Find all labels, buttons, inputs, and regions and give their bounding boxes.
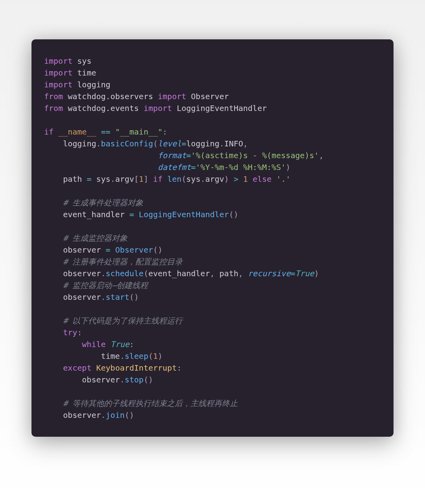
eq: = [191, 162, 196, 172]
kw-if: if [153, 174, 163, 184]
op-eqeq: == [101, 127, 111, 137]
fn-len: len [167, 174, 181, 184]
dunder-name: __name__ [58, 127, 96, 137]
id-logging: logging [186, 139, 219, 148]
dot: . [101, 292, 106, 302]
id-evh: event_handler [63, 210, 125, 219]
fn-basicConfig: basicConfig [101, 139, 153, 148]
comma: , [238, 269, 243, 278]
colon: : [129, 340, 134, 349]
code-card: import sys import time import logging fr… [31, 39, 394, 437]
id-path: path [63, 174, 82, 184]
str-format: '%(asctime)s - %(message)s' [191, 151, 319, 160]
kw-else: else [253, 174, 272, 184]
id-evh: event_handler [148, 269, 210, 278]
comment-start: # 监控器启动—创建线程 [63, 281, 148, 290]
id-path: path [220, 269, 238, 278]
comment-obs: # 生成监控器对象 [63, 233, 128, 243]
kw-if: if [44, 127, 54, 137]
rp: ) [158, 351, 163, 361]
comma: , [243, 139, 248, 148]
comment-loop: # 以下代码是为了保持主线程运行 [63, 316, 183, 325]
eq: = [181, 139, 186, 148]
mod-path: watchdog.events [68, 103, 139, 113]
fn-stop: stop [125, 375, 144, 384]
rp: ) [224, 174, 229, 184]
rp: ) [234, 210, 238, 219]
kw-import: import [44, 80, 72, 89]
kw-datefmt: datefmt [158, 162, 191, 172]
kw-except: except [63, 363, 91, 373]
num-1: 1 [243, 174, 248, 184]
id-time: time [101, 351, 120, 361]
id-observer: observer [63, 292, 101, 302]
dot: . [96, 139, 101, 148]
comment-join: # 等待其他的子线程执行结束之后，主线程再终止 [63, 399, 238, 408]
comma: , [210, 269, 214, 278]
ctor-leh: LoggingEventHandler [139, 210, 229, 219]
colon: : [77, 328, 82, 337]
eq: = [87, 174, 91, 184]
fn-start: start [106, 292, 129, 302]
lp: ( [148, 351, 153, 361]
kw-recursive: recursive [248, 269, 290, 278]
id-info: INFO [224, 139, 243, 148]
str-datefmt: '%Y-%m-%d %H:%M:%S' [196, 162, 286, 172]
comma: , [319, 151, 323, 160]
lp: ( [144, 269, 148, 278]
id-sys: sys [96, 174, 110, 184]
code-block: import sys import time import logging fr… [44, 55, 381, 421]
id-argv: argv [205, 174, 224, 184]
lb: [ [134, 174, 139, 184]
fn-sleep: sleep [125, 351, 148, 361]
class-ki: KeyboardInterrupt [96, 363, 177, 373]
lp: ( [153, 139, 158, 148]
lp: ( [229, 210, 234, 219]
kw-while: while [82, 340, 105, 349]
eq: = [106, 245, 111, 255]
str-dot: '.' [276, 174, 290, 184]
ctor-observer: Observer [115, 245, 153, 255]
fn-join: join [106, 410, 125, 420]
kw-level: level [158, 139, 181, 148]
comment-reg: # 注册事件处理器，配置监控目录 [63, 257, 183, 266]
kw-import: import [158, 92, 186, 101]
op-gt: > [234, 174, 238, 184]
mod-sys: sys [77, 56, 91, 66]
class-observer: Observer [191, 92, 229, 101]
bool-true: True [295, 269, 314, 278]
kw-import: import [44, 68, 72, 78]
id-logging: logging [63, 139, 96, 148]
lp: ( [153, 245, 158, 255]
id-observer: observer [63, 269, 101, 278]
eq: = [186, 151, 191, 160]
dot: . [200, 174, 205, 184]
id-observer: observer [82, 375, 120, 384]
dot: . [111, 174, 115, 184]
dot: . [120, 375, 125, 384]
class-leh: LoggingEventHandler [177, 103, 267, 113]
rp: ) [286, 162, 290, 172]
kw-try: try [63, 328, 77, 337]
rp: ) [314, 269, 319, 278]
colon: : [177, 363, 181, 373]
id-argv: argv [115, 174, 134, 184]
dot: . [101, 269, 106, 278]
rb: ] [144, 174, 148, 184]
lp: ( [129, 292, 134, 302]
lp: ( [144, 375, 148, 384]
comment-evh: # 生成事件处理器对象 [63, 198, 143, 207]
lp: ( [181, 174, 186, 184]
mod-logging: logging [77, 80, 110, 89]
kw-import: import [144, 103, 172, 113]
num-1: 1 [139, 174, 144, 184]
str-main: "__main__" [115, 127, 163, 137]
id-observer: observer [63, 410, 101, 420]
kw-from: from [44, 92, 63, 101]
kw-from: from [44, 103, 63, 113]
bool-true: True [111, 340, 129, 349]
mod-path: watchdog.observers [68, 92, 153, 101]
eq: = [129, 210, 134, 219]
id-sys: sys [186, 174, 200, 184]
colon: : [163, 127, 167, 137]
